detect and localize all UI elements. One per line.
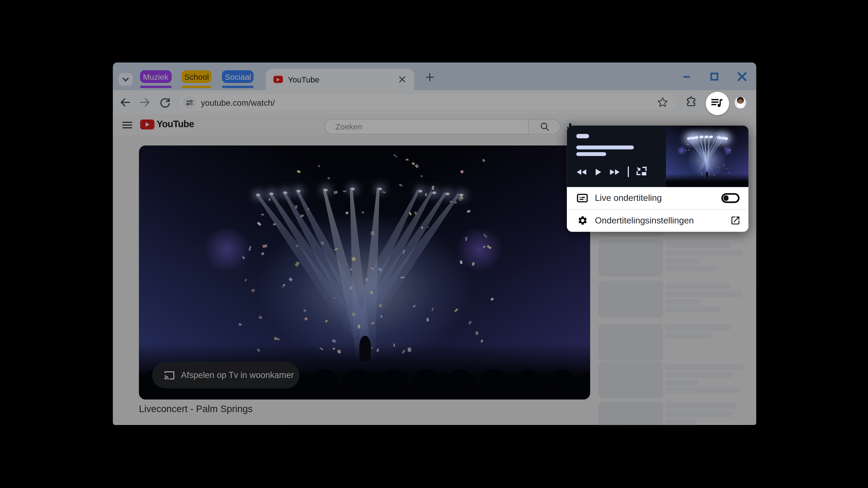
queue-music-icon [711, 98, 723, 108]
rewind-icon [577, 169, 581, 174]
rewind-button[interactable] [577, 169, 586, 174]
picture-in-picture-button[interactable] [635, 166, 647, 178]
confetti-speck [718, 137, 718, 138]
caption-settings-label: Ondertitelingsinstellingen [595, 216, 730, 226]
live-caption-label: Live ondertiteling [595, 193, 721, 203]
caption-settings-row[interactable]: Ondertitelingsinstellingen [567, 210, 748, 232]
play-icon [596, 168, 601, 175]
controls-divider [628, 166, 629, 177]
desktop-background: MuziekSchoolSociaal YouTube [0, 0, 868, 488]
live-caption-toggle[interactable] [721, 193, 739, 203]
fast-forward-button[interactable] [610, 169, 620, 174]
profile-avatar[interactable] [735, 97, 746, 108]
stage-light [704, 135, 708, 138]
confetti-speck [725, 141, 726, 142]
toggle-knob [723, 195, 728, 201]
live-caption-row[interactable]: Live ondertiteling [567, 187, 748, 209]
open-in-new-icon [730, 216, 741, 226]
live-caption-icon [577, 194, 588, 202]
album-art-concert [666, 125, 748, 187]
dim-overlay [113, 63, 756, 425]
browser-window: MuziekSchoolSociaal YouTube [113, 63, 756, 425]
stage-light [694, 136, 699, 139]
media-title-skeleton [576, 146, 634, 150]
media-source-skeleton [576, 134, 589, 138]
fast-forward-icon [610, 169, 615, 174]
playback-controls [567, 163, 648, 181]
media-session-card [567, 125, 748, 187]
gear-icon [577, 216, 588, 226]
media-controls-button[interactable] [706, 92, 729, 115]
play-button[interactable] [596, 168, 601, 175]
picture-in-picture-icon [635, 166, 647, 175]
media-artist-skeleton [576, 152, 606, 156]
media-album-art [666, 125, 748, 187]
media-controls-popup: Live ondertiteling Ondertitelingsinstell… [567, 125, 748, 232]
